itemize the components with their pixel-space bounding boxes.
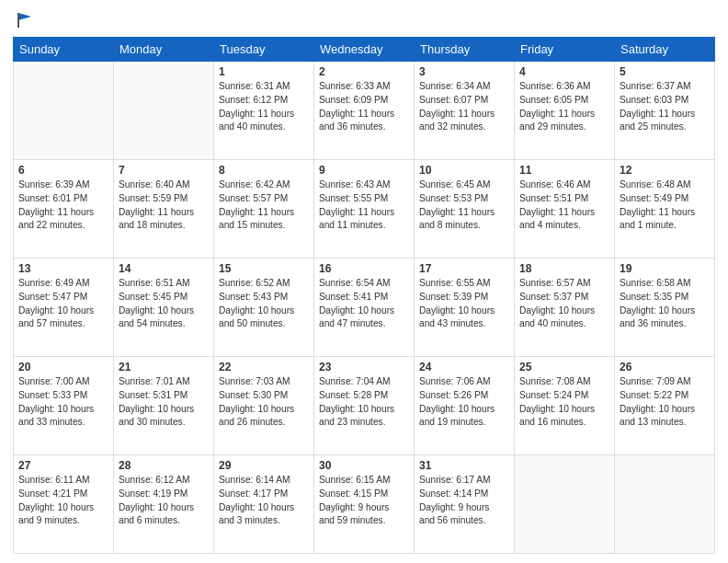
week-row: 1Sunrise: 6:31 AMSunset: 6:12 PMDaylight… (14, 62, 715, 160)
day-info: Sunrise: 6:17 AMSunset: 4:14 PMDaylight:… (419, 474, 509, 528)
calendar-cell: 12Sunrise: 6:48 AMSunset: 5:49 PMDayligh… (615, 160, 715, 259)
calendar-cell: 25Sunrise: 7:08 AMSunset: 5:24 PMDayligh… (515, 357, 615, 455)
calendar-cell: 11Sunrise: 6:46 AMSunset: 5:51 PMDayligh… (515, 160, 615, 259)
day-number: 26 (620, 361, 710, 373)
day-info: Sunrise: 6:43 AMSunset: 5:55 PMDaylight:… (319, 178, 409, 233)
weekday-header: Tuesday (214, 38, 314, 62)
day-info: Sunrise: 6:11 AMSunset: 4:21 PMDaylight:… (18, 474, 108, 528)
day-number: 20 (18, 361, 108, 373)
calendar-cell: 1Sunrise: 6:31 AMSunset: 6:12 PMDaylight… (214, 62, 314, 160)
day-info: Sunrise: 7:09 AMSunset: 5:22 PMDaylight:… (620, 375, 710, 430)
logo-flag-icon (15, 9, 35, 29)
calendar-cell: 28Sunrise: 6:12 AMSunset: 4:19 PMDayligh… (114, 455, 214, 554)
week-row: 6Sunrise: 6:39 AMSunset: 6:01 PMDaylight… (14, 160, 715, 259)
day-number: 8 (219, 164, 309, 177)
logo (13, 9, 35, 29)
calendar-cell: 9Sunrise: 6:43 AMSunset: 5:55 PMDaylight… (314, 160, 415, 259)
day-info: Sunrise: 6:42 AMSunset: 5:57 PMDaylight:… (219, 178, 309, 233)
weekday-header: Thursday (415, 38, 515, 62)
day-number: 29 (219, 459, 309, 472)
calendar-table: SundayMondayTuesdayWednesdayThursdayFrid… (13, 37, 715, 554)
day-number: 25 (519, 361, 609, 373)
day-number: 4 (519, 65, 609, 78)
day-number: 27 (18, 459, 108, 472)
calendar-cell: 7Sunrise: 6:40 AMSunset: 5:59 PMDaylight… (114, 160, 214, 259)
day-info: Sunrise: 6:12 AMSunset: 4:19 PMDaylight:… (119, 474, 209, 528)
calendar-cell: 31Sunrise: 6:17 AMSunset: 4:14 PMDayligh… (415, 455, 515, 554)
day-info: Sunrise: 7:04 AMSunset: 5:28 PMDaylight:… (319, 375, 409, 430)
svg-marker-0 (18, 13, 31, 20)
calendar-cell: 4Sunrise: 6:36 AMSunset: 6:05 PMDaylight… (515, 62, 615, 160)
week-row: 13Sunrise: 6:49 AMSunset: 5:47 PMDayligh… (14, 259, 715, 357)
calendar-cell: 10Sunrise: 6:45 AMSunset: 5:53 PMDayligh… (415, 160, 515, 259)
day-number: 24 (419, 361, 509, 373)
day-number: 9 (319, 164, 409, 177)
day-info: Sunrise: 6:39 AMSunset: 6:01 PMDaylight:… (18, 178, 108, 233)
day-number: 10 (419, 164, 509, 177)
week-row: 20Sunrise: 7:00 AMSunset: 5:33 PMDayligh… (14, 357, 715, 455)
calendar-cell: 30Sunrise: 6:15 AMSunset: 4:15 PMDayligh… (314, 455, 415, 554)
day-number: 23 (319, 361, 409, 373)
calendar-cell (615, 455, 715, 554)
page: SundayMondayTuesdayWednesdayThursdayFrid… (0, 0, 728, 563)
calendar-cell: 23Sunrise: 7:04 AMSunset: 5:28 PMDayligh… (314, 357, 415, 455)
calendar-cell: 2Sunrise: 6:33 AMSunset: 6:09 PMDaylight… (314, 62, 415, 160)
day-number: 1 (219, 65, 309, 78)
day-number: 11 (519, 164, 609, 177)
day-number: 14 (119, 262, 209, 275)
calendar-cell: 22Sunrise: 7:03 AMSunset: 5:30 PMDayligh… (214, 357, 314, 455)
day-info: Sunrise: 6:57 AMSunset: 5:37 PMDaylight:… (519, 277, 609, 331)
calendar-cell: 3Sunrise: 6:34 AMSunset: 6:07 PMDaylight… (415, 62, 515, 160)
day-info: Sunrise: 6:34 AMSunset: 6:07 PMDaylight:… (419, 80, 509, 134)
day-info: Sunrise: 6:51 AMSunset: 5:45 PMDaylight:… (119, 277, 209, 331)
calendar-cell: 16Sunrise: 6:54 AMSunset: 5:41 PMDayligh… (314, 259, 415, 357)
calendar-cell: 8Sunrise: 6:42 AMSunset: 5:57 PMDaylight… (214, 160, 314, 259)
day-info: Sunrise: 6:54 AMSunset: 5:41 PMDaylight:… (319, 277, 409, 331)
day-info: Sunrise: 6:48 AMSunset: 5:49 PMDaylight:… (620, 178, 710, 233)
day-info: Sunrise: 6:33 AMSunset: 6:09 PMDaylight:… (319, 80, 409, 134)
day-number: 5 (620, 65, 710, 78)
header (13, 9, 715, 29)
calendar-cell: 20Sunrise: 7:00 AMSunset: 5:33 PMDayligh… (14, 357, 114, 455)
day-number: 16 (319, 262, 409, 275)
calendar-cell: 19Sunrise: 6:58 AMSunset: 5:35 PMDayligh… (615, 259, 715, 357)
day-info: Sunrise: 7:08 AMSunset: 5:24 PMDaylight:… (519, 375, 609, 430)
day-info: Sunrise: 6:45 AMSunset: 5:53 PMDaylight:… (419, 178, 509, 233)
calendar-cell (14, 62, 114, 160)
day-number: 19 (620, 262, 710, 275)
day-number: 6 (18, 164, 108, 177)
calendar-cell: 13Sunrise: 6:49 AMSunset: 5:47 PMDayligh… (14, 259, 114, 357)
weekday-header: Saturday (615, 38, 715, 62)
day-info: Sunrise: 6:40 AMSunset: 5:59 PMDaylight:… (119, 178, 209, 233)
calendar-cell: 18Sunrise: 6:57 AMSunset: 5:37 PMDayligh… (515, 259, 615, 357)
day-info: Sunrise: 6:52 AMSunset: 5:43 PMDaylight:… (219, 277, 309, 331)
weekday-header: Wednesday (314, 38, 415, 62)
calendar-cell: 6Sunrise: 6:39 AMSunset: 6:01 PMDaylight… (14, 160, 114, 259)
calendar-cell (515, 455, 615, 554)
day-number: 18 (519, 262, 609, 275)
day-info: Sunrise: 6:49 AMSunset: 5:47 PMDaylight:… (18, 277, 108, 331)
day-info: Sunrise: 6:46 AMSunset: 5:51 PMDaylight:… (519, 178, 609, 233)
calendar-cell (114, 62, 214, 160)
weekday-header: Sunday (14, 38, 114, 62)
day-info: Sunrise: 6:55 AMSunset: 5:39 PMDaylight:… (419, 277, 509, 331)
calendar-cell: 21Sunrise: 7:01 AMSunset: 5:31 PMDayligh… (114, 357, 214, 455)
day-info: Sunrise: 7:03 AMSunset: 5:30 PMDaylight:… (219, 375, 309, 430)
day-info: Sunrise: 6:36 AMSunset: 6:05 PMDaylight:… (519, 80, 609, 134)
day-info: Sunrise: 6:14 AMSunset: 4:17 PMDaylight:… (219, 474, 309, 528)
week-row: 27Sunrise: 6:11 AMSunset: 4:21 PMDayligh… (14, 455, 715, 554)
calendar-header-row: SundayMondayTuesdayWednesdayThursdayFrid… (14, 38, 715, 62)
calendar-cell: 17Sunrise: 6:55 AMSunset: 5:39 PMDayligh… (415, 259, 515, 357)
calendar-cell: 5Sunrise: 6:37 AMSunset: 6:03 PMDaylight… (615, 62, 715, 160)
day-info: Sunrise: 6:37 AMSunset: 6:03 PMDaylight:… (620, 80, 710, 134)
day-info: Sunrise: 7:06 AMSunset: 5:26 PMDaylight:… (419, 375, 509, 430)
day-number: 3 (419, 65, 509, 78)
day-number: 22 (219, 361, 309, 373)
day-number: 13 (18, 262, 108, 275)
svg-rect-1 (17, 13, 19, 28)
calendar-cell: 27Sunrise: 6:11 AMSunset: 4:21 PMDayligh… (14, 455, 114, 554)
day-number: 31 (419, 459, 509, 472)
day-info: Sunrise: 6:58 AMSunset: 5:35 PMDaylight:… (620, 277, 710, 331)
weekday-header: Monday (114, 38, 214, 62)
day-number: 21 (119, 361, 209, 373)
